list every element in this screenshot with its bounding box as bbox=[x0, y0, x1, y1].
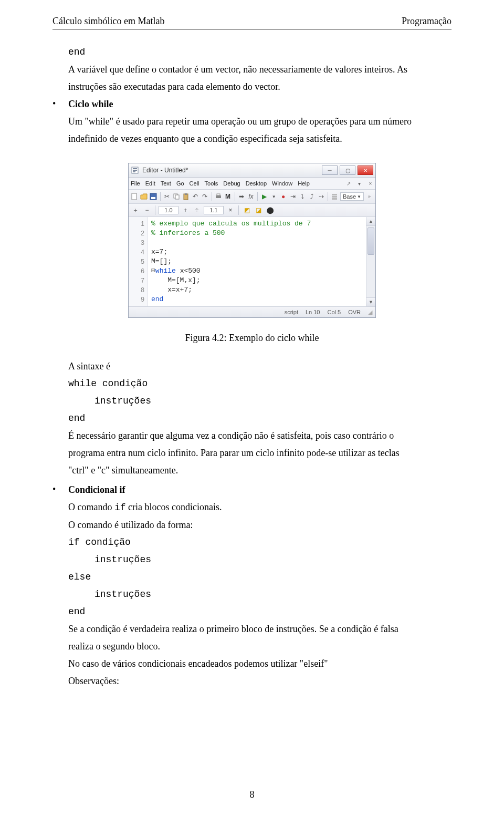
menu-tools[interactable]: Tools bbox=[205, 180, 218, 187]
code-line: while condição bbox=[68, 377, 452, 391]
code-end: end bbox=[68, 45, 452, 59]
undock-icon[interactable]: ↗ bbox=[345, 181, 351, 187]
scroll-thumb[interactable] bbox=[368, 228, 374, 255]
new-file-icon[interactable] bbox=[131, 192, 139, 201]
toolbar-separator bbox=[160, 192, 161, 201]
menu-file[interactable]: File bbox=[131, 180, 140, 187]
svg-rect-12 bbox=[217, 194, 220, 195]
paragraph: A sintaxe é bbox=[68, 359, 452, 374]
copy-icon[interactable] bbox=[173, 192, 181, 201]
menu-window[interactable]: Window bbox=[272, 180, 292, 187]
undo-icon[interactable]: ↶ bbox=[192, 192, 200, 201]
cell-minus-icon[interactable]: − bbox=[142, 205, 152, 215]
run-icon[interactable]: ▶ bbox=[260, 192, 268, 201]
svg-rect-3 bbox=[133, 171, 135, 172]
paragraph: Se a condição é verdadeira realiza o pri… bbox=[68, 622, 452, 636]
redo-icon[interactable]: ↷ bbox=[201, 192, 209, 201]
open-file-icon[interactable] bbox=[140, 192, 148, 201]
cell-mode-icon[interactable]: ◩ bbox=[242, 205, 251, 215]
paragraph: O comando é utilizado da forma: bbox=[68, 518, 452, 532]
close-button[interactable]: ✕ bbox=[358, 166, 373, 175]
vertical-scrollbar[interactable]: ▲ ▼ bbox=[366, 217, 375, 306]
cell-mode-icon-2[interactable]: ◪ bbox=[254, 205, 263, 215]
code-line: instruções bbox=[68, 553, 452, 567]
step-icon[interactable]: ⇥ bbox=[289, 192, 297, 201]
code-line: else bbox=[68, 570, 452, 584]
code-line: x=x+7; bbox=[151, 286, 192, 294]
resize-grip-icon[interactable]: ◢ bbox=[368, 309, 372, 316]
paragraph: Um "while" é usado para repetir uma oper… bbox=[68, 115, 452, 129]
svg-rect-13 bbox=[332, 194, 337, 195]
continue-icon[interactable]: ⇢ bbox=[317, 192, 325, 201]
workspace-selector[interactable]: Base ▼ bbox=[340, 192, 364, 201]
menu-cell[interactable]: Cell bbox=[190, 180, 200, 187]
menu-edit[interactable]: Edit bbox=[145, 180, 155, 187]
bullet-title: Condicional if bbox=[68, 483, 452, 497]
line-number: 8 bbox=[131, 285, 144, 295]
paragraph: No caso de vários condicionais encadeado… bbox=[68, 657, 452, 671]
divide-icon[interactable]: ÷ bbox=[192, 205, 202, 215]
menu-help[interactable]: Help bbox=[298, 180, 310, 187]
toolbar-separator bbox=[155, 205, 155, 215]
minimize-button[interactable]: ─ bbox=[322, 166, 338, 175]
line-number: 3 bbox=[131, 238, 144, 247]
page-number: 8 bbox=[0, 789, 504, 800]
run-dropdown-icon[interactable]: ▼ bbox=[270, 192, 278, 201]
bullet-condicional-if: • Condicional if O comando if cria bloco… bbox=[52, 483, 452, 691]
save-icon[interactable] bbox=[150, 192, 158, 201]
line-number: 2 bbox=[131, 229, 144, 238]
header-rule bbox=[52, 29, 452, 29]
code-line: x<500 bbox=[176, 267, 201, 275]
step-out-icon[interactable]: ⤴ bbox=[308, 192, 316, 201]
titlebar: Editor - Untitled* ─ ▢ ✕ bbox=[129, 163, 375, 178]
line-number: 1 bbox=[131, 219, 144, 229]
paragraph: É necessário garantir que alguma vez a c… bbox=[68, 429, 452, 443]
multiply-field[interactable]: 1.1 bbox=[204, 206, 224, 214]
increment-field[interactable]: 1.0 bbox=[159, 206, 178, 214]
svg-rect-1 bbox=[133, 168, 137, 169]
toolbar-separator bbox=[212, 192, 212, 201]
menu-desktop[interactable]: Desktop bbox=[246, 180, 267, 187]
paragraph: A variável que define o contador é um ve… bbox=[68, 63, 452, 77]
editor-title-icon bbox=[131, 166, 139, 174]
cell-plus-icon[interactable]: ＋ bbox=[131, 205, 140, 215]
print-icon[interactable] bbox=[215, 192, 223, 201]
arrow-right-icon[interactable]: ➡ bbox=[237, 192, 245, 201]
paragraph: programa entra num ciclo infinito. Para … bbox=[68, 446, 452, 460]
maximize-button[interactable]: ▢ bbox=[340, 166, 355, 175]
publish-icon[interactable]: ⬤ bbox=[265, 205, 275, 215]
svg-rect-15 bbox=[332, 198, 337, 200]
menubar: File Edit Text Go Cell Tools Debug Deskt… bbox=[129, 178, 375, 190]
scroll-up-icon[interactable]: ▲ bbox=[366, 217, 375, 226]
bullet-marker: • bbox=[52, 483, 68, 691]
stack-icon[interactable] bbox=[331, 192, 339, 201]
step-in-icon[interactable]: ⤵ bbox=[298, 192, 306, 201]
function-icon[interactable]: fx bbox=[247, 192, 255, 201]
line-gutter: 1 2 3 4 5 6 7 8 9 bbox=[129, 217, 148, 306]
find-icon[interactable]: M bbox=[224, 192, 232, 201]
svg-rect-8 bbox=[175, 195, 179, 199]
header-left: Cálculo simbólico em Matlab bbox=[52, 16, 164, 27]
menu-debug[interactable]: Debug bbox=[223, 180, 240, 187]
status-col: Col 5 bbox=[327, 309, 341, 315]
menu-text[interactable]: Text bbox=[161, 180, 171, 187]
code-area: 1 2 3 4 5 6 7 8 9 % exemplo que calcula … bbox=[129, 217, 375, 306]
times-icon[interactable]: × bbox=[226, 205, 235, 215]
breakpoint-icon[interactable]: ● bbox=[279, 192, 287, 201]
code-editor[interactable]: % exemplo que calcula os multiplos de 7 … bbox=[148, 217, 366, 306]
titlebar-title: Editor - Untitled* bbox=[142, 167, 322, 174]
page: Cálculo simbólico em Matlab Programação … bbox=[0, 0, 504, 816]
fold-icon[interactable]: ⊟ bbox=[151, 267, 155, 275]
menu-go[interactable]: Go bbox=[176, 180, 184, 187]
paste-icon[interactable] bbox=[182, 192, 190, 201]
plus-icon[interactable]: + bbox=[181, 205, 190, 215]
toolbar-overflow-icon[interactable]: » bbox=[365, 192, 373, 201]
toolbar-separator bbox=[328, 192, 328, 201]
dock-menu-icon[interactable]: ▾ bbox=[356, 181, 362, 187]
line-number: 5 bbox=[131, 257, 144, 266]
scroll-down-icon[interactable]: ▼ bbox=[366, 297, 375, 306]
cut-icon[interactable]: ✂ bbox=[163, 192, 171, 201]
header-right: Programação bbox=[402, 16, 452, 27]
code-line: % exemplo que calcula os multiplos de 7 bbox=[151, 220, 311, 228]
dock-close-icon[interactable]: × bbox=[368, 181, 373, 187]
